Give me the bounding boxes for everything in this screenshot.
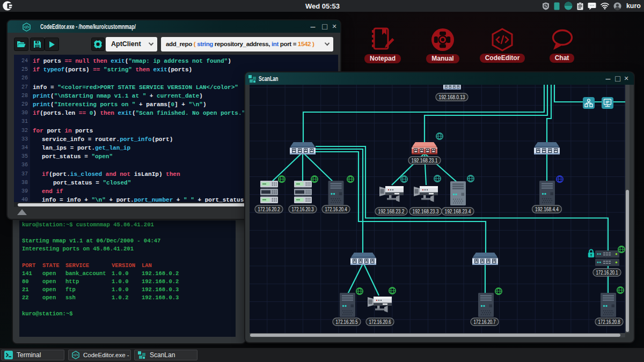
svg-text:192.168.23.3: 192.168.23.3 (413, 209, 439, 215)
svg-text:172.16.20.4: 172.16.20.4 (325, 206, 347, 212)
svg-text:192.168.23.2: 192.168.23.2 (378, 209, 405, 215)
svg-text:192.168.23.1: 192.168.23.1 (412, 158, 438, 164)
svg-text:172.16.20.1: 172.16.20.1 (596, 270, 618, 276)
svg-text:172.16.20.7: 172.16.20.7 (474, 319, 496, 325)
svg-text:172.16.20.2: 172.16.20.2 (258, 206, 280, 212)
svg-text:192.168.0.13: 192.168.0.13 (439, 94, 465, 100)
svg-text:172.16.20.8: 172.16.20.8 (598, 319, 620, 325)
svg-text:IP: IP (605, 100, 609, 105)
svg-text:192.168.4.4: 192.168.4.4 (535, 206, 559, 212)
svg-text:172.16.20.6: 172.16.20.6 (369, 319, 391, 325)
svg-text:172.16.20.3: 172.16.20.3 (292, 206, 314, 212)
svg-text:172.16.20.5: 172.16.20.5 (336, 319, 358, 325)
svg-text:192.168.23.4: 192.168.23.4 (445, 209, 471, 215)
